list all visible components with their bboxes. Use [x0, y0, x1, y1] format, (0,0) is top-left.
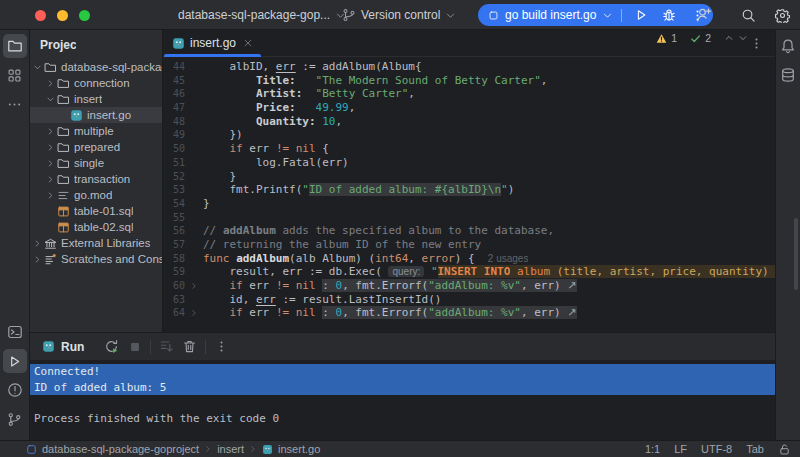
- code-line[interactable]: 57 // returning the album ID of the new …: [163, 238, 775, 252]
- breadcrumb-folder[interactable]: insert: [217, 443, 244, 455]
- console-line[interactable]: Connected!: [30, 364, 775, 380]
- breadcrumb-file[interactable]: insert.go: [278, 443, 320, 455]
- chevron-icon[interactable]: [45, 191, 56, 200]
- search-everywhere-button[interactable]: [736, 4, 760, 26]
- code-line[interactable]: 55: [163, 211, 775, 225]
- check-icon: [690, 33, 701, 44]
- chevron-icon[interactable]: [45, 79, 56, 88]
- code-line[interactable]: 49 }): [163, 128, 775, 142]
- vcs-tool-button[interactable]: [3, 407, 27, 431]
- code-text: }: [203, 197, 210, 211]
- code-line[interactable]: 54 }: [163, 197, 775, 211]
- code-line[interactable]: 52 }: [163, 170, 775, 184]
- code-line[interactable]: 53 fmt.Printf("ID of added album: #{albI…: [163, 183, 775, 197]
- tree-item[interactable]: single: [30, 155, 162, 171]
- fold-icon[interactable]: [190, 279, 203, 293]
- code-line[interactable]: 56 // addAlbum adds the specified album …: [163, 224, 775, 238]
- tree-item[interactable]: table-01.sql: [30, 203, 162, 219]
- close-window-button[interactable]: [35, 10, 46, 21]
- chevron-icon[interactable]: [45, 95, 56, 104]
- rerun-button[interactable]: [101, 336, 122, 357]
- tree-item[interactable]: table-02.sql: [30, 219, 162, 235]
- next-problem-icon[interactable]: [738, 33, 748, 43]
- tab-options-button[interactable]: [750, 37, 763, 50]
- code-line[interactable]: 46 Artist: "Betty Carter",: [163, 87, 775, 101]
- code-line[interactable]: 60 if err != nil : 0, fmt.Errorf("addAlb…: [163, 279, 775, 293]
- more-tool-windows-button[interactable]: [3, 92, 27, 116]
- code-line[interactable]: 50 if err != nil {: [163, 142, 775, 156]
- code-line[interactable]: 45 Title: "The Modern Sound of Betty Car…: [163, 74, 775, 88]
- file-encoding[interactable]: UTF-8: [701, 443, 732, 455]
- tree-item[interactable]: insert: [30, 91, 162, 107]
- readonly-toggle-icon[interactable]: [778, 443, 791, 456]
- chevron-icon[interactable]: [45, 159, 56, 168]
- squares-grid-icon[interactable]: [3, 63, 27, 87]
- caret-position[interactable]: 1:1: [645, 443, 660, 455]
- clear-console-button[interactable]: [179, 336, 200, 357]
- indent-style[interactable]: Tab: [746, 443, 764, 455]
- project-switcher[interactable]: database-sql-package-gop...: [178, 0, 346, 30]
- project-tool-button[interactable]: [3, 34, 27, 58]
- editor-scrollbar[interactable]: [794, 218, 798, 290]
- run-config-label[interactable]: go build insert.go: [505, 8, 596, 22]
- fold-gutter: [190, 128, 203, 142]
- settings-button[interactable]: [770, 4, 794, 26]
- inspections-widget[interactable]: 1 2: [656, 32, 748, 44]
- tree-item[interactable]: transaction: [30, 171, 162, 187]
- code-text: // returning the album ID of the new ent…: [203, 238, 481, 252]
- scroll-to-end-button[interactable]: [156, 336, 177, 357]
- tree-item[interactable]: multiple: [30, 123, 162, 139]
- chevron-down-icon[interactable]: [602, 10, 613, 21]
- code-line[interactable]: 59 result, err := db.Exec( query: "INSER…: [163, 265, 775, 279]
- tree-item[interactable]: prepared: [30, 139, 162, 155]
- console-line[interactable]: [30, 395, 775, 411]
- add-user-button[interactable]: [692, 4, 716, 26]
- problems-tool-button[interactable]: [3, 378, 27, 402]
- stop-button[interactable]: [124, 336, 145, 357]
- prev-problem-icon[interactable]: [724, 33, 734, 43]
- fold-icon[interactable]: [190, 306, 203, 320]
- database-tool-button[interactable]: [780, 67, 796, 83]
- vcs-widget[interactable]: Version control: [342, 0, 456, 30]
- chevron-icon[interactable]: [32, 255, 43, 264]
- terminal-tool-button[interactable]: [3, 320, 27, 344]
- tree-item[interactable]: database-sql-package-gop: [30, 59, 162, 75]
- fold-gutter: [190, 101, 203, 115]
- code-line[interactable]: 44 albID, err := addAlbum(Album{: [163, 60, 775, 74]
- tree-item[interactable]: Scratches and Consoles: [30, 251, 162, 267]
- line-ending[interactable]: LF: [674, 443, 687, 455]
- code-line[interactable]: 63 id, err := result.LastInsertId(): [163, 293, 775, 307]
- code-line[interactable]: 51 log.Fatal(err): [163, 156, 775, 170]
- line-number: 64: [163, 306, 190, 320]
- run-tool-button[interactable]: [3, 349, 27, 373]
- notifications-button[interactable]: [780, 38, 796, 54]
- chevron-icon[interactable]: [45, 127, 56, 136]
- chevron-icon[interactable]: [32, 63, 43, 72]
- run-button[interactable]: [630, 6, 652, 24]
- code-line[interactable]: 48 Quantity: 10,: [163, 115, 775, 129]
- zoom-window-button[interactable]: [79, 10, 90, 21]
- console-line[interactable]: ID of added album: 5: [30, 380, 775, 396]
- tree-item[interactable]: go.mod: [30, 187, 162, 203]
- chevron-icon[interactable]: [45, 143, 56, 152]
- tree-item[interactable]: insert.go: [30, 107, 162, 123]
- chevron-icon[interactable]: [32, 239, 43, 248]
- console-line[interactable]: Process finished with the exit code 0: [30, 411, 775, 427]
- breadcrumb-project[interactable]: database-sql-package-goproject: [42, 443, 199, 455]
- chevron-icon[interactable]: [45, 175, 56, 184]
- code-text: }: [203, 170, 236, 184]
- code-editor[interactable]: 44 albID, err := addAlbum(Album{ 45 Titl…: [163, 57, 775, 332]
- left-activity-bar: [0, 30, 30, 440]
- tree-item-label: go.mod: [74, 189, 112, 201]
- debug-button[interactable]: [658, 6, 680, 24]
- code-line[interactable]: 58 func addAlbum(alb Album) (int64, erro…: [163, 252, 775, 266]
- tab-insert-go[interactable]: insert.go: [163, 30, 262, 57]
- tree-item-label: Scratches and Consoles: [61, 253, 162, 265]
- tree-item[interactable]: connection: [30, 75, 162, 91]
- console-options-button[interactable]: [211, 336, 232, 357]
- code-line[interactable]: 47 Price: 49.99,: [163, 101, 775, 115]
- tree-item[interactable]: External Libraries: [30, 235, 162, 251]
- code-line[interactable]: 64 if err != nil : 0, fmt.Errorf("addAlb…: [163, 306, 775, 320]
- minimize-window-button[interactable]: [57, 10, 68, 21]
- close-tab-icon[interactable]: [243, 38, 253, 48]
